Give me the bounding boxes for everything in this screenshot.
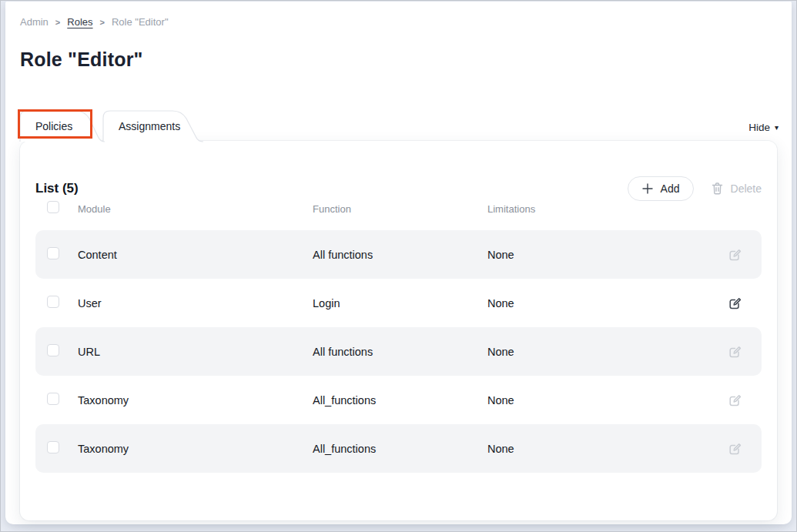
checkbox-cell xyxy=(47,296,78,311)
list-heading: List (5) xyxy=(35,181,79,196)
toolbar-actions: Add Delete xyxy=(628,176,762,201)
table-row: Taxonomy All_functions None xyxy=(35,424,762,473)
checkbox-cell xyxy=(47,247,78,263)
edit-icon[interactable] xyxy=(727,344,742,360)
hide-toggle-label: Hide xyxy=(748,122,770,133)
breadcrumb-separator: > xyxy=(100,18,105,27)
cell-function: All_functions xyxy=(313,443,487,455)
cell-module: Content xyxy=(78,249,313,261)
edit-cell xyxy=(719,296,750,311)
edit-cell xyxy=(719,441,750,457)
delete-button[interactable]: Delete xyxy=(711,182,762,196)
table-row: User Login None xyxy=(35,279,762,327)
edit-icon[interactable] xyxy=(727,393,742,408)
chevron-down-icon: ▾ xyxy=(775,124,779,132)
breadcrumb-item-current: Role "Editor" xyxy=(112,16,169,28)
list-toolbar: List (5) Add Delete xyxy=(35,141,762,201)
edit-icon[interactable] xyxy=(727,247,742,263)
table-row: Taxonomy All_functions None xyxy=(35,376,762,424)
cell-module: Taxonomy xyxy=(78,394,313,407)
cell-function: Login xyxy=(313,297,487,309)
table-row: URL All functions None xyxy=(35,327,762,376)
column-header-function: Function xyxy=(313,203,487,215)
cell-limitations: None xyxy=(487,394,719,407)
column-header-module: Module xyxy=(78,203,313,215)
tab-policies-label: Policies xyxy=(20,111,72,142)
delete-button-label: Delete xyxy=(731,182,762,195)
hide-toggle[interactable]: Hide ▾ xyxy=(748,122,779,133)
row-checkbox[interactable] xyxy=(47,344,59,356)
plus-icon xyxy=(641,182,654,195)
tab-assignments-label: Assignments xyxy=(103,111,180,142)
breadcrumb-item-admin[interactable]: Admin xyxy=(20,16,49,28)
select-all-cell xyxy=(47,201,78,216)
policies-panel: List (5) Add Delete xyxy=(20,141,777,520)
app-window: Admin > Roles > Role "Editor" Role "Edit… xyxy=(0,0,797,532)
breadcrumb: Admin > Roles > Role "Editor" xyxy=(20,16,169,28)
edit-icon[interactable] xyxy=(727,296,742,311)
tab-bar: Policies Assignments xyxy=(20,111,203,142)
breadcrumb-separator: > xyxy=(55,18,60,27)
checkbox-cell xyxy=(47,344,78,360)
tab-policies[interactable]: Policies xyxy=(20,111,103,142)
trash-icon xyxy=(711,182,724,196)
add-button[interactable]: Add xyxy=(628,176,694,201)
row-checkbox[interactable] xyxy=(47,441,59,453)
page-title: Role "Editor" xyxy=(20,49,143,71)
cell-limitations: None xyxy=(487,443,719,455)
edit-cell xyxy=(719,247,750,263)
cell-module: User xyxy=(78,297,313,309)
checkbox-cell xyxy=(47,393,78,408)
page-panel: Admin > Roles > Role "Editor" Role "Edit… xyxy=(5,2,792,524)
cell-function: All functions xyxy=(313,249,487,261)
select-all-checkbox[interactable] xyxy=(47,201,59,213)
row-checkbox[interactable] xyxy=(47,393,59,405)
edit-icon[interactable] xyxy=(727,441,742,457)
cell-limitations: None xyxy=(487,346,719,358)
edit-cell xyxy=(719,344,750,360)
edit-cell xyxy=(719,393,750,408)
row-checkbox[interactable] xyxy=(47,296,59,308)
table-header: Module Function Limitations xyxy=(35,201,762,216)
cell-module: Taxonomy xyxy=(78,443,313,455)
add-button-label: Add xyxy=(661,182,680,195)
cell-limitations: None xyxy=(487,297,719,309)
cell-module: URL xyxy=(78,346,313,358)
tab-assignments[interactable]: Assignments xyxy=(103,111,203,142)
column-header-limitations: Limitations xyxy=(487,203,719,215)
checkbox-cell xyxy=(47,441,78,457)
breadcrumb-item-roles[interactable]: Roles xyxy=(67,16,92,28)
policies-table-body: Content All functions None User Login No… xyxy=(35,230,762,473)
cell-function: All_functions xyxy=(313,394,487,407)
row-checkbox[interactable] xyxy=(47,247,59,259)
table-row: Content All functions None xyxy=(35,230,762,279)
cell-limitations: None xyxy=(487,249,719,261)
cell-function: All functions xyxy=(313,346,487,358)
